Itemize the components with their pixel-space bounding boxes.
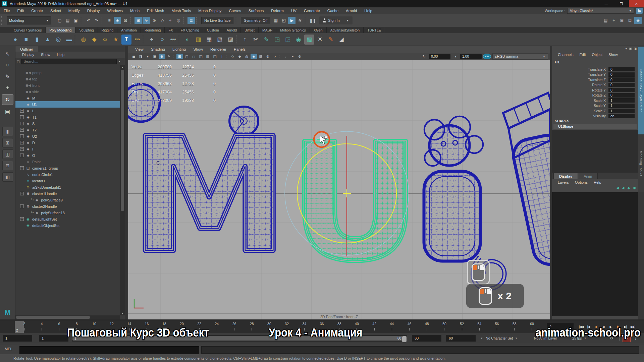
chevron-down-icon[interactable]: ▼ [118, 60, 123, 63]
shelf-tab[interactable]: Poly Modeling [46, 27, 75, 33]
current-time-field[interactable]: 2 [547, 323, 574, 331]
hud-toggle[interactable]: T [219, 54, 225, 59]
frame-tick[interactable]: 10 [86, 321, 103, 333]
menu-item[interactable]: Mesh [126, 9, 143, 13]
auto-keyframe-toggle[interactable]: ● [623, 335, 631, 342]
outliner-item[interactable]: └• ◼◀ persp [15, 69, 120, 76]
motion-blur[interactable]: ◓ [289, 54, 296, 59]
tab-modeling-toolkit[interactable]: Modeling Toolkit [638, 135, 644, 192]
wireframe-letter-u-selected[interactable]: U U U [290, 109, 421, 296]
snap-to-grid[interactable]: ⊞ [135, 17, 142, 24]
frame-tick[interactable]: 56 [488, 321, 505, 333]
textured-mode[interactable]: ◍ [244, 54, 250, 59]
view-transform-dropdown[interactable]: sRGB gamma ▼ [492, 53, 548, 60]
outliner-tab[interactable]: Outliner [15, 46, 38, 52]
default-material[interactable]: ▩ [258, 54, 264, 59]
scrollbar-thumb[interactable] [121, 70, 124, 211]
attribute-label[interactable]: Scale X [552, 99, 608, 103]
svg-tool[interactable]: SVG [132, 35, 142, 45]
search-input[interactable] [21, 59, 117, 64]
grid-toggle[interactable]: ⊞ [176, 54, 183, 59]
layout-four-pane[interactable]: ⊞ [2, 138, 13, 147]
render-settings[interactable]: ≋ [296, 17, 304, 24]
2d-pan-zoom[interactable]: ⊕ [159, 54, 165, 59]
field-chart[interactable]: ▤ [205, 54, 211, 59]
channel-display[interactable]: ▣ [629, 47, 632, 50]
wireframe-letter-decor[interactable] [424, 93, 550, 289]
image-plane[interactable]: ▣ [152, 54, 158, 59]
outliner-item[interactable]: − └• ⊕ cluster1Handle [15, 190, 120, 197]
expander-icon[interactable]: + [20, 154, 24, 157]
pane-layout-2[interactable]: ⊡ [626, 17, 634, 24]
shelf-tab[interactable]: Animation [117, 27, 141, 33]
rotate-tool[interactable]: ↻ [2, 94, 13, 105]
scale-tool[interactable]: ▣ [2, 106, 13, 116]
frame-tick[interactable]: 36 [313, 321, 330, 333]
outliner-item[interactable]: └• ∗ locator1 [15, 178, 120, 184]
shelf-tab[interactable]: Sculpting [75, 27, 98, 33]
menu-item[interactable]: Deform [267, 9, 287, 13]
range-slider[interactable]: 1 60 [72, 335, 407, 342]
viewport-canvas[interactable]: M M M U U U [128, 60, 550, 319]
scroll-down-icon[interactable]: ▼ [121, 312, 124, 315]
workspace-dropdown[interactable]: Maya Classic* ▼ [567, 8, 634, 14]
outliner-item[interactable]: + └• ◈ S [15, 120, 120, 127]
menu-item[interactable]: Edit [576, 53, 589, 57]
frame-tick[interactable]: 8 [68, 321, 86, 333]
menu-item[interactable]: Display [84, 9, 104, 13]
move-tool[interactable]: + [2, 83, 13, 93]
append-polygon[interactable]: ▨ [225, 35, 235, 45]
scrollbar-thumb[interactable] [16, 316, 90, 319]
center-pivot[interactable]: ⌖ [147, 35, 157, 45]
outliner-item[interactable]: + └• ◈ L [15, 108, 120, 114]
extrude[interactable]: ↑ [240, 35, 250, 45]
animation-preferences-icon[interactable]: ⟟ [632, 335, 639, 342]
outliner-item[interactable]: + └• ◈ T2 [15, 127, 120, 133]
zero-transforms[interactable]: 0,0,0 [168, 35, 178, 45]
frame-tick[interactable]: 14 [120, 321, 138, 333]
animation-end-field[interactable]: 60 [446, 335, 476, 342]
shelf-tab[interactable]: Bifrost [241, 27, 259, 33]
command-result-field[interactable] [201, 346, 639, 354]
menu-item[interactable]: Arnold [342, 9, 361, 13]
menu-item[interactable]: Modify [65, 9, 84, 13]
frame-tick[interactable]: 12 [103, 321, 120, 333]
select-component[interactable]: ⊡ [122, 17, 129, 24]
snap-to-plane[interactable]: ◇ [159, 17, 166, 24]
horizontal-scrollbar[interactable] [15, 315, 120, 319]
outliner-item[interactable]: + └• ◈ O [15, 152, 120, 159]
expander-icon[interactable]: + [20, 122, 24, 125]
lasso-tool[interactable]: ◌ [2, 60, 13, 70]
menu-item[interactable]: Panels [230, 47, 249, 51]
layer-list-area[interactable] [552, 192, 638, 316]
expander-icon[interactable]: + [20, 141, 24, 144]
multi-cut[interactable]: ✂ [251, 35, 261, 45]
layer-editor-tab[interactable]: Display [553, 173, 578, 179]
menu-item[interactable]: Create [28, 9, 47, 13]
save-scene[interactable]: ▣ [72, 17, 79, 24]
shelf-tab[interactable]: Curves / Surfaces [10, 27, 46, 33]
outliner-item[interactable]: + └• ◈ U2 [15, 133, 120, 139]
ipr-render[interactable]: ▶ [288, 17, 296, 24]
menu-item[interactable]: Help [361, 9, 376, 13]
frame-tick[interactable]: 48 [418, 321, 436, 333]
workspace-lock-button[interactable] [636, 8, 643, 14]
command-input[interactable] [19, 346, 199, 354]
gamma-field[interactable]: 1.00 [460, 54, 482, 59]
menu-item[interactable]: Show [605, 53, 621, 57]
select-tool[interactable]: ↖ [2, 49, 13, 59]
range-handle[interactable] [402, 336, 407, 342]
wireframe-on-shaded[interactable]: ◈ [251, 54, 257, 59]
outliner-item[interactable]: └• ◼◀ side [15, 88, 120, 95]
shelf-tab[interactable]: FX Caching [177, 27, 203, 33]
new-scene[interactable]: ▢ [56, 17, 63, 24]
outliner-item[interactable]: └• ∿ nurbsCircle1 [15, 171, 120, 178]
menu-item[interactable]: Surfaces [245, 9, 267, 13]
shelf-tab[interactable]: XGen [310, 27, 327, 33]
shelf-tab[interactable]: AdvansedSkeleton [327, 27, 364, 33]
bookmark-view[interactable]: ▾ [145, 54, 151, 59]
play-backwards[interactable]: ◀ [600, 323, 607, 331]
ambient-occlusion[interactable]: ◒ [282, 54, 289, 59]
expander-icon[interactable]: + [20, 217, 24, 221]
maximize-button[interactable]: ❐ [614, 0, 629, 7]
